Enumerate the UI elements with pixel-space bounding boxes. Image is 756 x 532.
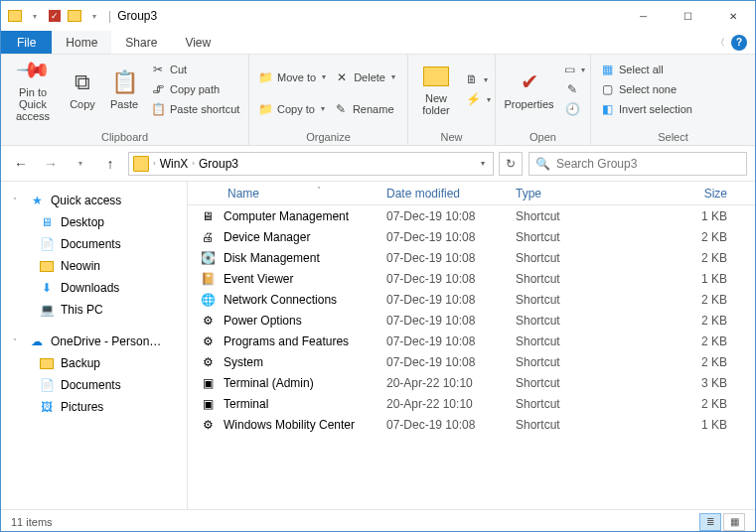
refresh-button[interactable]: ↻ <box>499 152 523 176</box>
select-all-button[interactable]: ▦Select all <box>595 61 696 78</box>
pin-to-quick-access-button[interactable]: 📌 Pin to Quick access <box>5 57 61 122</box>
file-tab[interactable]: File <box>1 31 52 54</box>
paste-button[interactable]: 📋 Paste <box>104 57 144 122</box>
recent-locations-button[interactable]: ▾ <box>69 152 92 176</box>
column-date[interactable]: Date modified <box>386 187 516 200</box>
file-name: Event Viewer <box>224 272 386 286</box>
file-date: 07-Dec-19 10:08 <box>386 272 516 286</box>
onedrive-icon: ☁ <box>29 333 45 349</box>
column-size[interactable]: Size <box>625 187 755 200</box>
sidebar-onedrive[interactable]: ˅ ☁ OneDrive - Person… <box>1 331 187 352</box>
table-row[interactable]: ⚙Programs and Features07-Dec-19 10:08Sho… <box>188 331 755 351</box>
expand-icon[interactable]: ˅ <box>13 197 23 205</box>
table-row[interactable]: 🌐Network Connections07-Dec-19 10:08Short… <box>188 289 755 310</box>
documents-icon: 📄 <box>39 377 55 393</box>
file-date: 07-Dec-19 10:08 <box>386 355 516 369</box>
tab-share[interactable]: Share <box>111 31 171 54</box>
rename-button[interactable]: ✎Rename <box>329 100 398 118</box>
address-bar[interactable]: › WinX › Group3 ▾ <box>128 152 494 176</box>
sidebar-item-downloads[interactable]: ⬇Downloads <box>1 277 187 299</box>
sidebar-item-desktop[interactable]: 🖥Desktop <box>1 211 187 233</box>
table-row[interactable]: 🖥Computer Management07-Dec-19 10:08Short… <box>188 205 755 226</box>
move-to-button[interactable]: 📁Move to▾ <box>253 68 330 86</box>
qat-dropdown-2-icon[interactable]: ▾ <box>86 8 102 24</box>
table-row[interactable]: ▣Terminal (Admin)20-Apr-22 10:10Shortcut… <box>188 372 755 393</box>
forward-button[interactable]: → <box>39 152 63 176</box>
column-type[interactable]: Type <box>516 187 625 200</box>
minimize-button[interactable]: ─ <box>621 1 666 31</box>
up-button[interactable]: ↑ <box>98 152 122 176</box>
sidebar-item-documents-od[interactable]: 📄Documents <box>1 374 187 396</box>
paste-icon: 📋 <box>110 68 138 96</box>
address-dropdown-icon[interactable]: ▾ <box>477 159 489 168</box>
file-size: 2 KB <box>625 251 755 265</box>
ribbon-tabs: File Home Share View 〈 ? <box>1 31 755 55</box>
properties-button[interactable]: ✔ Properties <box>500 57 558 122</box>
chevron-down-icon: ▾ <box>391 72 395 81</box>
qat-dropdown-icon[interactable]: ▾ <box>27 8 43 24</box>
breadcrumb-part[interactable]: Group3 <box>199 157 238 171</box>
file-icon: 📔 <box>200 271 216 287</box>
file-size: 1 KB <box>625 209 755 223</box>
properties-icon: ✔ <box>516 68 543 96</box>
column-name[interactable]: Name˄ <box>188 187 386 200</box>
edit-button[interactable]: ✎ <box>560 80 586 98</box>
table-row[interactable]: 🖨Device Manager07-Dec-19 10:08Shortcut2 … <box>188 226 755 247</box>
sidebar-item-backup[interactable]: Backup <box>1 352 187 374</box>
group-label-select: Select <box>595 129 751 145</box>
new-folder-label: New folder <box>412 92 460 116</box>
cut-button[interactable]: ✂Cut <box>146 61 243 78</box>
table-row[interactable]: ⚙Power Options07-Dec-19 10:08Shortcut2 K… <box>188 310 755 331</box>
chevron-right-icon: › <box>192 159 195 168</box>
copy-path-button[interactable]: 🖇Copy path <box>146 80 243 98</box>
navigation-bar: ← → ▾ ↑ › WinX › Group3 ▾ ↻ 🔍 <box>1 146 755 182</box>
table-row[interactable]: ⚙System07-Dec-19 10:08Shortcut2 KB <box>188 351 755 372</box>
sidebar-item-documents[interactable]: 📄Documents <box>1 233 187 255</box>
file-name: Disk Management <box>224 251 386 265</box>
new-folder-button[interactable]: New folder <box>412 57 460 122</box>
file-type: Shortcut <box>516 376 625 390</box>
maximize-button[interactable]: ☐ <box>666 1 710 31</box>
qat-new-folder-icon[interactable] <box>67 8 82 24</box>
sidebar-item-this-pc[interactable]: 💻This PC <box>1 299 187 321</box>
file-type: Shortcut <box>516 334 625 348</box>
help-icon[interactable]: ? <box>731 35 747 51</box>
thumbnails-view-button[interactable]: ▦ <box>723 513 745 531</box>
sidebar-quick-access[interactable]: ˅ ★ Quick access <box>1 190 187 211</box>
search-input[interactable] <box>556 157 740 171</box>
table-row[interactable]: 💽Disk Management07-Dec-19 10:08Shortcut2… <box>188 247 755 268</box>
table-row[interactable]: 📔Event Viewer07-Dec-19 10:08Shortcut1 KB <box>188 268 755 289</box>
search-box[interactable]: 🔍 <box>529 152 747 176</box>
chevron-down-icon: ▾ <box>484 75 488 84</box>
copy-icon: ⧉ <box>69 68 96 96</box>
history-button[interactable]: 🕘 <box>560 100 586 118</box>
sidebar-item-neowin[interactable]: Neowin <box>1 255 187 277</box>
paste-shortcut-button[interactable]: 📋Paste shortcut <box>146 100 243 118</box>
navigation-pane: ˅ ★ Quick access 🖥Desktop 📄Documents Neo… <box>1 182 188 509</box>
qat-properties-icon[interactable]: ✓ <box>47 8 63 24</box>
select-none-button[interactable]: ▢Select none <box>595 80 696 98</box>
table-row[interactable]: ▣Terminal20-Apr-22 10:10Shortcut2 KB <box>188 393 755 414</box>
close-button[interactable]: ✕ <box>710 1 755 31</box>
invert-selection-button[interactable]: ◧Invert selection <box>595 100 696 118</box>
item-count: 11 items <box>11 516 53 528</box>
table-row[interactable]: ⚙Windows Mobility Center07-Dec-19 10:08S… <box>188 414 755 435</box>
open-button[interactable]: ▭▾ <box>560 61 586 78</box>
new-item-icon: 🗎 <box>466 71 478 87</box>
new-item-button[interactable]: 🗎▾ <box>462 70 488 88</box>
back-button[interactable]: ← <box>9 152 33 176</box>
collapse-ribbon-icon[interactable]: 〈 <box>715 36 725 50</box>
easy-access-button[interactable]: ⚡▾ <box>462 90 488 108</box>
titlebar: ▾ ✓ ▾ | Group3 ─ ☐ ✕ <box>1 1 755 31</box>
tab-view[interactable]: View <box>171 31 225 54</box>
expand-icon[interactable]: ˅ <box>13 337 23 346</box>
file-type: Shortcut <box>516 314 625 328</box>
breadcrumb-part[interactable]: WinX <box>160 157 189 171</box>
tab-home[interactable]: Home <box>52 31 111 54</box>
delete-button[interactable]: ✕Delete▾ <box>330 68 399 86</box>
details-view-button[interactable]: ≣ <box>699 513 721 531</box>
file-icon: 🖥 <box>200 208 216 224</box>
copy-to-button[interactable]: 📁Copy to▾ <box>253 100 329 118</box>
sidebar-item-pictures[interactable]: 🖼Pictures <box>1 396 187 418</box>
copy-button[interactable]: ⧉ Copy <box>63 57 102 122</box>
